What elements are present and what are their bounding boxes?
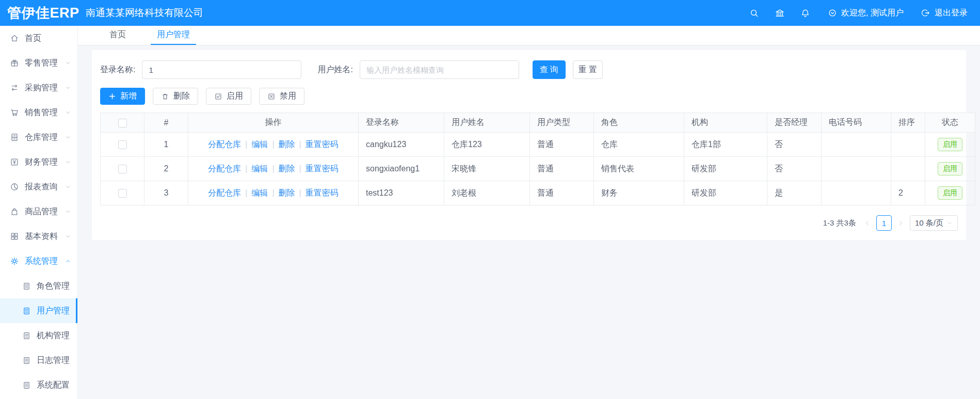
user-table: # 操作 登录名称 用户姓名 用户类型 角色 机构 是否经理 电话号码 排序 状… [100, 113, 975, 205]
yuan-square-icon [10, 157, 19, 167]
delete-button[interactable]: 删除 [153, 88, 198, 105]
row-index: 1 [144, 133, 188, 157]
row-checkbox[interactable] [118, 189, 127, 198]
cell-type: 普通 [530, 133, 594, 157]
sidebar-item-goods[interactable]: 商品管理 [0, 199, 77, 224]
user-name-input[interactable] [360, 60, 519, 79]
swap-arrows-icon [10, 83, 19, 92]
row-actions: 分配仓库|编辑|删除|重置密码 [188, 157, 359, 181]
cell-manager: 否 [767, 133, 822, 157]
sidebar-item-sales[interactable]: 销售管理 [0, 100, 77, 125]
logout-button[interactable]: 退出登录 [921, 8, 968, 19]
col-type: 用户类型 [530, 113, 594, 133]
reset-password-link[interactable]: 重置密码 [306, 164, 339, 173]
cell-manager: 是 [767, 181, 822, 205]
chevron-down-icon [65, 184, 71, 190]
pagination: 1-3 共3条 1 10 条/页 [100, 215, 958, 231]
cell-name: 刘老根 [444, 181, 530, 205]
delete-link[interactable]: 删除 [279, 164, 295, 173]
app-logo: 管伊佳ERP [0, 4, 78, 22]
delete-link[interactable]: 删除 [279, 188, 295, 197]
cell-org: 研发部 [684, 157, 767, 181]
col-role: 角色 [594, 113, 684, 133]
shop-bag-icon [10, 58, 19, 68]
tab-home[interactable]: 首页 [103, 26, 132, 45]
reset-button[interactable]: 重 置 [573, 60, 603, 79]
sidebar-item-finance[interactable]: 财务管理 [0, 150, 77, 174]
cell-org: 仓库1部 [684, 133, 767, 157]
cell-name: 宋晓锋 [444, 157, 530, 181]
tab-bar: 首页 用户管理 [78, 26, 980, 45]
pagination-total: 1-3 共3条 [823, 218, 856, 228]
sidebar: 首页 零售管理 采购管理 销售管理 仓库管理 财务管理 报表查询 商品管理 基本… [0, 26, 78, 399]
delete-link[interactable]: 删除 [279, 140, 295, 149]
user-mgmt-panel: 登录名称: 用户姓名: 查 询 重 置 新增 删除 启用 [92, 50, 966, 240]
tab-user-mgmt[interactable]: 用户管理 [151, 26, 196, 45]
col-login: 登录名称 [359, 113, 444, 133]
check-square-icon [214, 92, 222, 101]
bell-icon[interactable] [800, 8, 810, 18]
sidebar-item-system-config[interactable]: 系统配置 [0, 373, 77, 397]
sidebar-item-retail[interactable]: 零售管理 [0, 51, 77, 75]
chevron-down-icon [947, 220, 953, 226]
row-checkbox[interactable] [118, 140, 127, 149]
user-name-label: 用户姓名: [317, 65, 352, 75]
sidebar-item-org-mgmt[interactable]: 机构管理 [0, 323, 77, 348]
sidebar-item-basic-data[interactable]: 基本资料 [0, 224, 77, 249]
sidebar-item-warehouse[interactable]: 仓库管理 [0, 125, 77, 150]
query-button[interactable]: 查 询 [533, 60, 566, 79]
reset-password-link[interactable]: 重置密码 [306, 140, 339, 149]
cell-login: test123 [359, 181, 444, 205]
row-checkbox[interactable] [118, 165, 127, 173]
user-circle-icon [828, 8, 837, 18]
edit-link[interactable]: 编辑 [251, 188, 268, 197]
sidebar-item-system[interactable]: 系统管理 [0, 249, 77, 274]
select-all-checkbox[interactable] [118, 119, 127, 127]
cell-sort: 2 [891, 181, 925, 205]
status-badge: 启用 [938, 138, 962, 151]
col-name: 用户姓名 [444, 113, 530, 133]
login-name-input[interactable] [142, 60, 301, 79]
sidebar-item-log-mgmt[interactable]: 日志管理 [0, 348, 77, 373]
cell-phone [822, 181, 891, 205]
edit-link[interactable]: 编辑 [251, 164, 268, 173]
col-manager: 是否经理 [767, 113, 822, 133]
chevron-down-icon [65, 233, 71, 240]
header-actions: 欢迎您, 测试用户 退出登录 [734, 8, 980, 19]
cell-role: 销售代表 [594, 157, 684, 181]
next-page-button[interactable] [897, 220, 904, 227]
document-icon [22, 307, 31, 315]
prev-page-button[interactable] [864, 220, 871, 227]
status-badge: 启用 [938, 162, 962, 175]
sidebar-item-user-mgmt[interactable]: 用户管理 [0, 298, 77, 323]
cell-manager: 否 [767, 157, 822, 181]
sidebar-item-reports[interactable]: 报表查询 [0, 174, 77, 199]
cell-type: 普通 [530, 157, 594, 181]
row-actions: 分配仓库|编辑|删除|重置密码 [188, 133, 359, 157]
table-header-row: # 操作 登录名称 用户姓名 用户类型 角色 机构 是否经理 电话号码 排序 状… [101, 113, 975, 133]
top-header: 管伊佳ERP 南通某某网络科技有限公司 欢迎您, 测试用户 退出登录 [0, 0, 980, 26]
sidebar-item-home[interactable]: 首页 [0, 26, 77, 51]
assign-warehouse-link[interactable]: 分配仓库 [208, 140, 241, 149]
table-row: 2 分配仓库|编辑|删除|重置密码 songxiaofeng1 宋晓锋 普通 销… [101, 157, 975, 181]
sidebar-item-purchase[interactable]: 采购管理 [0, 75, 77, 100]
welcome-text: 欢迎您, 测试用户 [841, 8, 904, 19]
chevron-down-icon [65, 85, 71, 91]
reset-password-link[interactable]: 重置密码 [306, 188, 339, 197]
user-menu[interactable]: 欢迎您, 测试用户 [828, 8, 904, 19]
row-index: 2 [144, 157, 188, 181]
cell-role: 仓库 [594, 133, 684, 157]
assign-warehouse-link[interactable]: 分配仓库 [208, 188, 241, 197]
page-number[interactable]: 1 [876, 215, 892, 231]
document-icon [22, 381, 31, 390]
enable-button[interactable]: 启用 [206, 88, 251, 105]
page-size-select[interactable]: 10 条/页 [910, 215, 958, 231]
disable-button[interactable]: 禁用 [259, 88, 304, 105]
bank-icon[interactable] [775, 8, 785, 18]
row-index: 3 [144, 181, 188, 205]
edit-link[interactable]: 编辑 [251, 140, 268, 149]
add-button[interactable]: 新增 [100, 88, 145, 105]
assign-warehouse-link[interactable]: 分配仓库 [208, 164, 241, 173]
search-icon[interactable] [749, 8, 759, 18]
sidebar-item-role-mgmt[interactable]: 角色管理 [0, 274, 77, 298]
